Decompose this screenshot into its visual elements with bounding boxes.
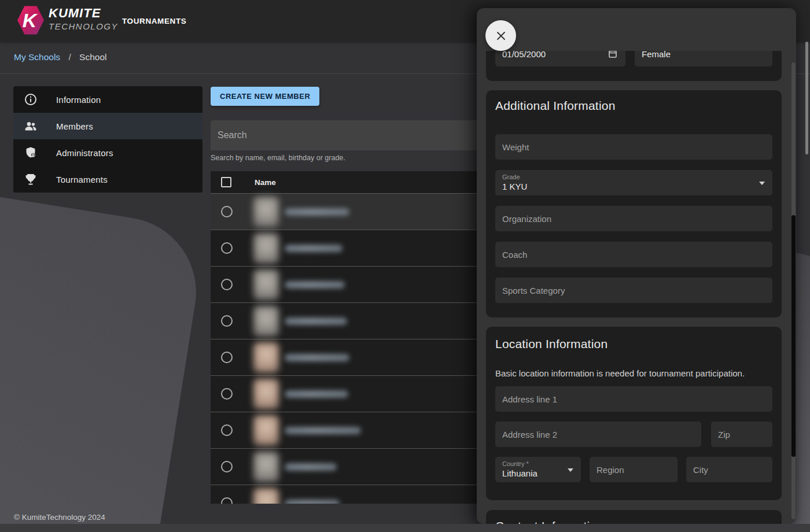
member-radio[interactable]: [221, 461, 233, 472]
member-radio[interactable]: [221, 242, 233, 254]
member-name-redacted: [285, 463, 337, 471]
members-table: Name: [211, 171, 486, 504]
location-information-card: Location Information Basic location info…: [486, 327, 782, 500]
member-row[interactable]: [211, 267, 486, 303]
gender-field[interactable]: Female: [635, 51, 772, 66]
member-name-redacted: [285, 317, 347, 325]
member-avatar: [253, 342, 279, 373]
member-name-redacted: [285, 281, 345, 289]
kumite-logo-icon[interactable]: K: [17, 5, 44, 35]
sidebar-item-label: Administrators: [56, 148, 113, 158]
weight-placeholder: Weight: [502, 142, 529, 152]
member-row[interactable]: [211, 230, 486, 267]
page-horizontal-scrollbar-track[interactable]: [0, 524, 810, 532]
sidebar-item-tournaments[interactable]: Tournaments: [13, 166, 203, 193]
member-radio[interactable]: [221, 315, 233, 327]
member-name-redacted: [285, 500, 340, 504]
breadcrumb: My Schools / School: [14, 52, 106, 62]
calendar-icon[interactable]: [608, 51, 617, 58]
nav-tournaments[interactable]: TOURNAMENTS: [122, 17, 186, 25]
zip-field[interactable]: Zip: [711, 422, 772, 447]
page-vertical-scrollbar-thumb[interactable]: [805, 42, 808, 154]
address-line-1-field[interactable]: Address line 1: [495, 386, 772, 412]
close-drawer-button[interactable]: [485, 20, 516, 51]
member-radio[interactable]: [221, 424, 233, 436]
grade-value: 1 KYU: [502, 182, 527, 191]
grade-label: Grade: [502, 173, 520, 180]
select-all-checkbox[interactable]: [221, 177, 231, 187]
member-row[interactable]: [211, 485, 486, 504]
create-new-member-button[interactable]: CREATE NEW MEMBER: [211, 87, 319, 106]
member-row[interactable]: [211, 339, 486, 376]
sports-category-placeholder: Sports Category: [502, 286, 565, 295]
region-placeholder: Region: [597, 465, 624, 475]
zip-placeholder: Zip: [718, 430, 730, 439]
member-avatar: [253, 379, 279, 409]
drawer-scrollbar-thumb[interactable]: [791, 215, 796, 457]
gender-value: Female: [642, 51, 671, 59]
member-radio[interactable]: [221, 279, 233, 290]
sidebar-item-information[interactable]: Information: [13, 86, 203, 113]
brand-subname: TECHNOLOGY: [49, 22, 118, 31]
members-table-header: Name: [211, 171, 486, 194]
brand-name: KUMITE: [49, 7, 118, 20]
info-icon: [24, 93, 38, 106]
member-search-field[interactable]: [211, 120, 486, 150]
contact-information-card: Contact Information: [486, 510, 782, 524]
city-field[interactable]: City: [686, 457, 772, 482]
member-row[interactable]: [211, 412, 486, 449]
copyright-text: © KumiteTechnology 2024: [14, 513, 105, 522]
member-avatar: [253, 415, 279, 446]
additional-information-title: Additional Information: [486, 90, 782, 113]
school-sidebar: Information Members Administrators Tourn…: [13, 86, 203, 193]
contact-information-title: Contact Information: [486, 510, 782, 524]
member-details-drawer: 01/05/2000 Female Additional Information…: [477, 8, 796, 524]
member-avatar: [253, 197, 279, 227]
search-input[interactable]: [211, 120, 486, 150]
close-icon: [496, 31, 506, 41]
members-icon: [24, 119, 38, 133]
members-table-body: [211, 194, 486, 504]
member-name-redacted: [285, 208, 349, 216]
weight-field[interactable]: Weight: [495, 134, 772, 160]
member-radio[interactable]: [221, 206, 233, 217]
country-label: Country *: [502, 460, 529, 467]
breadcrumb-my-schools-link[interactable]: My Schools: [14, 52, 60, 62]
country-value: Lithuania: [502, 468, 537, 478]
address-line-2-field[interactable]: Address line 2: [495, 422, 701, 447]
city-placeholder: City: [693, 465, 708, 475]
organization-placeholder: Organization: [502, 214, 551, 224]
sidebar-item-administrators[interactable]: Administrators: [13, 139, 203, 166]
address1-placeholder: Address line 1: [502, 394, 557, 404]
location-information-title: Location Information: [486, 327, 782, 351]
member-radio[interactable]: [221, 388, 233, 400]
drawer-scroll-area: 01/05/2000 Female Additional Information…: [477, 51, 796, 524]
member-row[interactable]: [211, 449, 486, 485]
sidebar-item-members[interactable]: Members: [13, 113, 203, 139]
member-avatar: [253, 306, 279, 337]
member-radio[interactable]: [221, 352, 233, 363]
member-avatar: [253, 488, 279, 504]
admin-shield-icon: [24, 146, 38, 160]
member-name-redacted: [285, 390, 348, 398]
region-field[interactable]: Region: [590, 457, 678, 482]
member-row[interactable]: [211, 303, 486, 339]
member-name-redacted: [285, 354, 349, 361]
brand-text: KUMITE TECHNOLOGY: [49, 7, 118, 31]
country-select[interactable]: Country * Lithuania: [495, 457, 581, 482]
grade-select[interactable]: Grade 1 KYU: [495, 170, 772, 195]
search-hint: Search by name, email, birthday or grade…: [211, 154, 345, 162]
coach-field[interactable]: Coach: [495, 242, 772, 267]
location-description: Basic location information is needed for…: [486, 368, 782, 378]
member-row[interactable]: [211, 194, 486, 230]
basic-information-card: 01/05/2000 Female: [486, 51, 782, 81]
chevron-down-icon: [568, 468, 573, 472]
organization-field[interactable]: Organization: [495, 206, 772, 231]
sports-category-field[interactable]: Sports Category: [495, 278, 772, 303]
birthday-field[interactable]: 01/05/2000: [495, 51, 625, 66]
member-row[interactable]: [211, 376, 486, 412]
member-avatar: [253, 233, 279, 264]
drawer-scrollbar-track[interactable]: [791, 62, 796, 519]
member-radio[interactable]: [221, 497, 233, 504]
member-name-redacted: [285, 427, 361, 434]
